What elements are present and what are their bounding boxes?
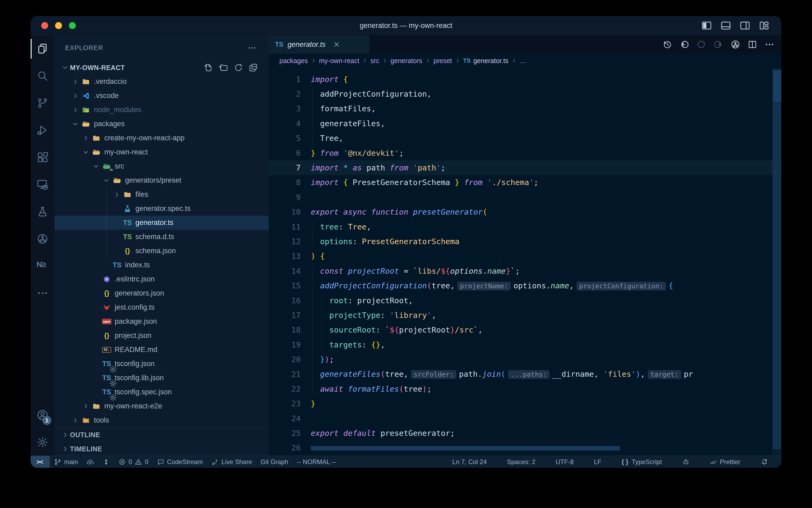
nav-circle-icon[interactable] xyxy=(696,39,706,49)
tree-item-tools[interactable]: tools xyxy=(54,413,269,427)
nav-back-icon[interactable] xyxy=(679,39,689,49)
status-language-mode[interactable]: { }TypeScript xyxy=(617,456,666,468)
tree-item-tsconfig-lib-json[interactable]: TStsconfig.lib.json xyxy=(54,371,269,385)
breadcrumb-ellipsis[interactable]: … xyxy=(520,57,526,65)
tree-item-src[interactable]: ‹/›src xyxy=(54,159,269,173)
status-prettier[interactable]: Prettier xyxy=(706,456,745,468)
code-line-4[interactable]: 4 generateFiles, xyxy=(269,116,781,131)
breadcrumb-item[interactable]: packages xyxy=(279,57,308,65)
code-line-23[interactable]: 23} xyxy=(269,396,781,411)
status-encoding[interactable]: UTF-8 xyxy=(551,456,578,468)
activity-source-control[interactable] xyxy=(31,89,54,117)
outline-section-header[interactable]: OUTLINE xyxy=(54,428,269,442)
tree-item--vscode[interactable]: .vscode xyxy=(54,89,269,103)
activity-run-debug[interactable] xyxy=(31,117,54,144)
status-git-branch[interactable]: main xyxy=(50,456,82,468)
activity-testing[interactable] xyxy=(31,198,54,225)
collapse-all-icon[interactable] xyxy=(248,63,258,73)
status-git-graph[interactable]: Git Graph xyxy=(256,456,292,468)
code-line-19[interactable]: 19 targets: {}, xyxy=(269,337,781,352)
code-line-2[interactable]: 2 addProjectConfiguration, xyxy=(269,87,781,101)
activity-settings[interactable] xyxy=(31,429,54,456)
close-tab-icon[interactable] xyxy=(333,40,341,48)
code-line-11[interactable]: 11 tree: Tree, xyxy=(269,219,781,234)
tree-item-tsconfig-spec-json[interactable]: TStsconfig.spec.json xyxy=(54,385,269,399)
tree-item-create-my-own-react-app[interactable]: create-my-own-react-app xyxy=(54,131,269,145)
status-codestream[interactable]: CodeStream xyxy=(153,456,207,468)
code-line-12[interactable]: 12 options: PresetGeneratorSchema xyxy=(269,234,781,249)
status-problems[interactable]: 00 xyxy=(114,456,153,468)
tree-item-project-json[interactable]: {}project.json xyxy=(54,329,269,343)
status-indentation[interactable]: Spaces: 2 xyxy=(503,456,540,468)
tree-item-schema-d-ts[interactable]: TSschema.d.ts xyxy=(54,230,269,244)
status-copilot[interactable] xyxy=(678,456,694,468)
history-icon[interactable] xyxy=(662,39,672,49)
vertical-scrollbar[interactable] xyxy=(772,68,781,456)
activity-accounts[interactable]: 1 xyxy=(31,401,54,429)
tree-item-packages[interactable]: packages xyxy=(54,117,269,131)
status-publish-changes[interactable] xyxy=(82,456,98,468)
project-section-header[interactable]: MY-OWN-REACT xyxy=(54,61,269,75)
code-line-21[interactable]: 21 generateFiles(tree,srcFolder:path.joi… xyxy=(269,367,781,382)
tree-item-my-own-react[interactable]: my-own-react xyxy=(54,145,269,159)
breadcrumb-item[interactable]: src xyxy=(370,57,379,65)
status-vim-mode[interactable]: -- NORMAL -- xyxy=(292,456,340,468)
tree-item-generator-ts[interactable]: TSgenerator.ts xyxy=(54,216,269,230)
tab-generator-ts[interactable]: TS generator.ts xyxy=(269,35,370,54)
code-line-14[interactable]: 14 const projectRoot = `libs/${options.n… xyxy=(269,264,781,278)
tree-item-package-json[interactable]: npmpackage.json xyxy=(54,314,269,329)
branch-circle-icon[interactable] xyxy=(730,39,741,49)
code-line-17[interactable]: 17 projectType: 'library', xyxy=(269,308,781,323)
breadcrumb-file[interactable]: generator.ts xyxy=(473,57,509,65)
code-line-18[interactable]: 18 sourceRoot: `${projectRoot}/src`, xyxy=(269,323,781,337)
code-line-16[interactable]: 16 root: projectRoot, xyxy=(269,293,781,308)
tree-item--eslintrc-json[interactable]: .eslintrc.json xyxy=(54,272,269,286)
status-cursor-position[interactable]: Ln 7, Col 24 xyxy=(448,456,491,468)
activity-nx-console[interactable]: N≥ xyxy=(31,252,54,280)
tree-item-jest-config-ts[interactable]: jest.config.ts xyxy=(54,300,269,314)
tree-item-my-own-react-e2e[interactable]: my-own-react-e2e xyxy=(54,399,269,413)
breadcrumb-item[interactable]: my-own-react xyxy=(319,57,359,65)
activity-extensions[interactable] xyxy=(31,144,54,171)
layout-grid-icon[interactable] xyxy=(759,20,770,31)
code-line-15[interactable]: 15 addProjectConfiguration(tree,projectN… xyxy=(269,278,781,293)
tree-item-readme-md[interactable]: M↓README.md xyxy=(54,343,269,357)
panel-right-icon[interactable] xyxy=(739,20,751,31)
tree-item-generator-spec-ts[interactable]: generator.spec.ts xyxy=(54,202,269,216)
code-line-5[interactable]: 5 Tree, xyxy=(269,131,781,145)
code-line-9[interactable]: 9 xyxy=(269,190,781,205)
split-icon[interactable] xyxy=(747,39,758,49)
explorer-more-icon[interactable] xyxy=(247,43,256,52)
nav-forward-icon[interactable] xyxy=(713,39,723,49)
code-line-6[interactable]: 6} from '@nx/devkit'; xyxy=(269,145,781,160)
code-line-10[interactable]: 10export async function presetGenerator( xyxy=(269,205,781,219)
tree-item-generators-json[interactable]: {}generators.json xyxy=(54,286,269,300)
code-line-25[interactable]: 25export default presetGenerator; xyxy=(269,426,781,440)
status-live-share[interactable]: Live Share xyxy=(207,456,256,468)
code-line-22[interactable]: 22 await formatFiles(tree); xyxy=(269,382,781,396)
refresh-icon[interactable] xyxy=(234,63,243,73)
breadcrumb-item[interactable]: preset xyxy=(433,57,452,65)
panel-left-icon[interactable] xyxy=(701,20,712,31)
activity-explorer[interactable] xyxy=(31,35,54,62)
code-line-13[interactable]: 13) { xyxy=(269,249,781,264)
code-line-7[interactable]: 7import * as path from 'path'; xyxy=(269,160,781,175)
activity-gitlens[interactable] xyxy=(31,225,54,252)
activity-search[interactable] xyxy=(31,62,54,89)
code-line-20[interactable]: 20 }); xyxy=(269,352,781,367)
new-folder-icon[interactable] xyxy=(219,63,228,73)
status-pipeline[interactable] xyxy=(98,456,114,468)
code-line-1[interactable]: 1import { xyxy=(269,72,781,87)
tree-item--verdaccio[interactable]: .verdaccio xyxy=(54,75,269,89)
tree-item-index-ts[interactable]: TSindex.ts xyxy=(54,258,269,272)
new-file-icon[interactable] xyxy=(204,63,213,73)
tree-item-tsconfig-json[interactable]: TStsconfig.json xyxy=(54,357,269,371)
code-line-3[interactable]: 3 formatFiles, xyxy=(269,101,781,116)
breadcrumb-item[interactable]: generators xyxy=(391,57,423,65)
activity-more-views[interactable] xyxy=(31,280,54,307)
code-area[interactable]: 1import {2 addProjectConfiguration,3 for… xyxy=(269,68,781,456)
tree-item-node-modules[interactable]: node_modules xyxy=(54,103,269,117)
more-icon[interactable] xyxy=(764,39,774,49)
status-eol[interactable]: LF xyxy=(589,456,606,468)
tree-item-files[interactable]: files xyxy=(54,187,269,202)
